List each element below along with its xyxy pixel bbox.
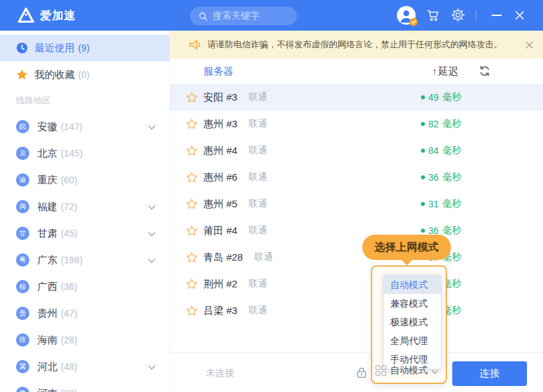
search-placeholder: 搜索关键字	[213, 10, 259, 22]
sidebar-region-hebei[interactable]: 冀 河北 (48)	[0, 353, 169, 380]
close-button[interactable]	[508, 0, 531, 31]
favorite-star-icon[interactable]	[186, 225, 197, 237]
favorite-star-icon[interactable]	[186, 92, 197, 103]
sidebar-region-guangdong[interactable]: 粤 广东 (198)	[0, 247, 169, 273]
mode-panel: 自动模式 兼容模式 极速模式 全局代理 手动代理 自动模式	[371, 265, 447, 384]
sidebar-section-label: 线路地区	[0, 88, 169, 113]
sidebar-region-anhui[interactable]: 皖 安徽 (147)	[0, 113, 169, 140]
server-latency: 49毫秒	[421, 91, 462, 103]
region-name: 贵州	[37, 307, 57, 320]
sidebar-region-fujian[interactable]: 闽 福建 (72)	[0, 193, 169, 220]
refresh-icon[interactable]	[479, 65, 490, 79]
chevron-down-icon[interactable]	[148, 254, 155, 266]
minimize-button[interactable]	[485, 0, 508, 31]
province-badge: 豫	[16, 387, 29, 392]
sidebar-region-guangxi[interactable]: 桂 广西 (36)	[0, 273, 169, 300]
region-count: (36)	[61, 281, 77, 292]
favorite-star-icon[interactable]	[186, 145, 197, 157]
chevron-down-icon[interactable]	[148, 361, 155, 373]
app-window: 爱加速 搜索关键字	[0, 0, 543, 392]
favorite-star-icon[interactable]	[186, 172, 197, 183]
latency-value: 31	[428, 199, 439, 209]
region-name: 福建	[37, 201, 57, 213]
latency-unit: 毫秒	[443, 171, 462, 183]
sidebar-region-beijing[interactable]: 京 北京 (145)	[0, 140, 169, 167]
region-name: 广东	[37, 254, 57, 267]
notice-close-icon[interactable]	[524, 39, 534, 50]
app-title: 爱加速	[40, 8, 76, 23]
connect-button[interactable]: 连接	[452, 361, 527, 386]
sidebar-item-favorites[interactable]: 我的收藏 (0)	[0, 61, 169, 88]
server-name: 荆州 #2	[203, 278, 237, 291]
connection-status: 未连接	[206, 353, 234, 392]
server-name: 惠州 #5	[203, 198, 237, 211]
mode-tooltip-text: 选择上网模式	[375, 241, 439, 255]
mode-option-auto[interactable]: 自动模式	[384, 275, 441, 294]
mode-select[interactable]: 自动模式	[376, 365, 438, 377]
region-name: 河南	[37, 387, 57, 392]
server-row-1[interactable]: 惠州 #3 联通 82毫秒	[170, 111, 543, 137]
avatar[interactable]	[397, 6, 416, 25]
latency-dot	[421, 175, 425, 179]
server-row-0[interactable]: 安阳 #3 联通 49毫秒	[170, 84, 543, 111]
clock-icon	[16, 42, 28, 54]
favorite-star-icon[interactable]	[186, 305, 197, 317]
server-latency: 36毫秒	[421, 171, 462, 183]
province-badge: 粤	[16, 253, 29, 267]
latency-dot	[421, 149, 425, 153]
column-server[interactable]: 服务器	[203, 65, 233, 78]
chevron-down-icon[interactable]	[148, 201, 155, 213]
mode-option-speed[interactable]: 极速模式	[384, 313, 441, 331]
sidebar-region-guizhou[interactable]: 贵 贵州 (47)	[0, 300, 169, 327]
favorite-star-icon[interactable]	[186, 119, 197, 130]
chevron-down-icon[interactable]	[148, 227, 155, 239]
server-list: 安阳 #3 联通 49毫秒 惠州 #3 联通 82毫秒 惠州 #4 联通 84毫…	[170, 84, 543, 324]
chevron-down-icon[interactable]	[148, 121, 155, 133]
search-input[interactable]: 搜索关键字	[190, 7, 297, 25]
cart-icon[interactable]	[426, 9, 440, 25]
server-row-2[interactable]: 惠州 #4 联通 84毫秒	[170, 137, 543, 164]
server-carrier: 联通	[249, 118, 267, 130]
favorite-star-icon[interactable]	[186, 252, 197, 263]
latency-unit: 毫秒	[443, 145, 462, 157]
server-row-8[interactable]: 吕梁 #3 联通 45毫秒	[170, 297, 543, 324]
server-name: 安阳 #3	[203, 91, 237, 104]
server-row-7[interactable]: 荆州 #2 联通 37毫秒	[170, 271, 543, 297]
server-row-5[interactable]: 莆田 #4 联通 36毫秒	[170, 217, 543, 244]
settings-gear-icon[interactable]	[451, 8, 465, 25]
favorite-star-icon[interactable]	[186, 199, 197, 210]
sidebar-region-henan[interactable]: 豫 河南 (98)	[0, 380, 169, 392]
province-badge: 贵	[16, 307, 29, 320]
server-row-3[interactable]: 惠州 #6 联通 36毫秒	[170, 164, 543, 191]
mode-grid-icon	[376, 365, 386, 376]
server-carrier: 联通	[249, 225, 267, 237]
sidebar-region-hainan[interactable]: 琼 海南 (28)	[0, 327, 169, 353]
verified-badge-icon	[410, 18, 418, 26]
mode-option-compat[interactable]: 兼容模式	[384, 294, 441, 313]
megaphone-icon	[189, 39, 201, 50]
sidebar-region-gansu[interactable]: 甘 甘肃 (45)	[0, 220, 169, 247]
server-row-4[interactable]: 惠州 #5 联通 31毫秒	[170, 191, 543, 217]
column-latency-sort[interactable]: ↑延迟	[432, 65, 458, 78]
status-bar: 未连接 连接	[170, 352, 543, 392]
server-carrier: 联通	[254, 251, 273, 263]
latency-value: 49	[428, 92, 439, 103]
server-carrier: 联通	[249, 198, 267, 210]
sidebar-item-label: 最近使用	[35, 42, 75, 55]
close-icon	[514, 10, 525, 21]
favorite-star-icon[interactable]	[186, 279, 197, 290]
main-panel: 请谨防电信诈骗，不得发布虚假的网络言论，禁止用于任何形式的网络攻击。 服务器 ↑…	[170, 31, 543, 392]
sidebar-item-recent[interactable]: 最近使用 (9)	[0, 35, 169, 61]
minimize-icon	[492, 15, 502, 16]
server-name: 惠州 #3	[203, 118, 237, 131]
sidebar-item-count: (9)	[78, 43, 89, 53]
mode-option-global-proxy[interactable]: 全局代理	[384, 331, 441, 350]
latency-dot	[421, 95, 425, 99]
sidebar-region-chongqing[interactable]: 渝 重庆 (60)	[0, 167, 169, 193]
region-name: 重庆	[37, 174, 57, 187]
server-latency: 84毫秒	[421, 145, 462, 157]
region-name: 海南	[37, 334, 57, 347]
chevron-down-icon[interactable]	[148, 387, 155, 392]
server-row-6[interactable]: 青岛 #28 联通 37毫秒	[170, 244, 543, 271]
lock-icon[interactable]	[355, 366, 368, 382]
